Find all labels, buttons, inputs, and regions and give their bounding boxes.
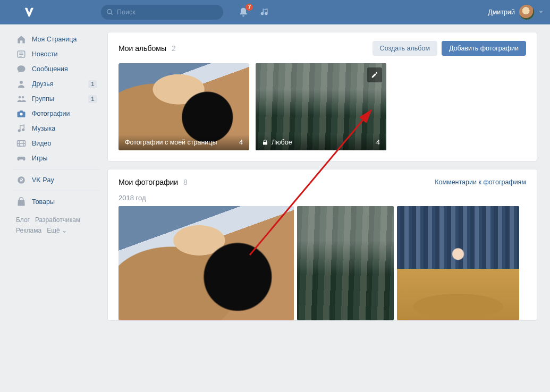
svg-point-6 [20, 81, 23, 84]
create-album-button[interactable]: Создать альбом [373, 41, 437, 56]
nav-my-page[interactable]: Моя Страница [13, 32, 100, 47]
home-icon [16, 35, 27, 44]
search-icon [106, 8, 114, 16]
nav-market[interactable]: Товары [13, 194, 100, 209]
video-icon [16, 139, 27, 148]
year-label: 2018 год [108, 194, 537, 206]
nav-friends[interactable]: Друзья1 [13, 76, 100, 91]
nav-label: Друзья [32, 80, 54, 88]
content: Мои альбомы 2 Создать альбом Добавить фо… [107, 32, 537, 328]
nav-count: 1 [88, 95, 97, 103]
photo-thumb[interactable] [297, 206, 394, 320]
footer-link[interactable]: Разработчикам [35, 216, 80, 224]
music-nav-icon [16, 124, 27, 133]
notifications-icon[interactable]: 7 [238, 7, 249, 18]
music-icon[interactable] [260, 7, 270, 17]
nav-label: Моя Страница [32, 36, 77, 43]
album-name: Фотографии с моей страницы [125, 139, 217, 146]
photo-comments-link[interactable]: Комментарии к фотографиям [435, 178, 526, 186]
nav-label: Фотографии [32, 110, 70, 117]
camera-icon [16, 109, 27, 118]
svg-point-0 [107, 10, 112, 14]
svg-point-10 [18, 130, 20, 132]
header-bar: 7 Дмитрий [0, 0, 550, 24]
album-overlay: Любое 4 [256, 134, 386, 150]
vk-logo[interactable] [22, 5, 37, 20]
album-count: 4 [376, 139, 380, 146]
album-overlay: Фотографии с моей страницы 4 [119, 134, 249, 150]
nav-count: 1 [88, 80, 97, 88]
nav-label: Видео [32, 140, 52, 147]
nav-label: Музыка [32, 125, 55, 132]
nav-games[interactable]: Игры [13, 151, 100, 166]
groups-icon [16, 94, 27, 104]
user-name: Дмитрий [488, 8, 515, 16]
album-item[interactable]: Фотографии с моей страницы 4 [119, 63, 249, 150]
nav-separator [13, 191, 100, 191]
svg-line-1 [111, 13, 113, 15]
photo-thumb[interactable] [119, 206, 294, 320]
news-icon [16, 49, 27, 59]
user-avatar [519, 5, 534, 20]
albums-card: Мои альбомы 2 Создать альбом Добавить фо… [107, 32, 537, 161]
friends-icon [16, 79, 27, 89]
pay-icon: ₽ [16, 175, 27, 185]
nav-video[interactable]: Видео [13, 136, 100, 151]
photo-thumb[interactable] [397, 206, 519, 320]
photos-title: Мои фотографии 8 [119, 178, 188, 186]
add-photos-button[interactable]: Добавить фотографии [442, 41, 526, 56]
footer-link[interactable]: Реклама [16, 227, 41, 234]
sidebar: Моя Страница Новости Сообщения Друзья1 Г… [13, 32, 100, 328]
search-field[interactable] [101, 5, 223, 20]
nav-label: Сообщения [32, 65, 68, 73]
search-input[interactable] [117, 8, 218, 16]
footer-link[interactable]: Блог [16, 216, 30, 224]
games-icon [16, 154, 27, 163]
nav-label: Новости [32, 50, 57, 58]
bag-icon [16, 197, 27, 207]
nav-groups[interactable]: Группы1 [13, 91, 100, 106]
photos-card: Мои фотографии 8 Комментарии к фотографи… [107, 169, 537, 321]
svg-point-7 [19, 96, 21, 99]
nav-label: Товары [32, 198, 55, 206]
svg-text:₽: ₽ [20, 178, 23, 183]
nav-music[interactable]: Музыка [13, 121, 100, 136]
footer-link[interactable]: Ещё ⌄ [47, 227, 67, 234]
nav-separator [13, 169, 100, 169]
chevron-down-icon [538, 8, 544, 16]
svg-point-11 [22, 129, 24, 131]
svg-point-9 [20, 113, 22, 115]
nav-messages[interactable]: Сообщения [13, 62, 100, 76]
nav-news[interactable]: Новости [13, 47, 100, 62]
user-menu[interactable]: Дмитрий [488, 5, 544, 20]
album-name: Любое [272, 139, 292, 146]
nav-vkpay[interactable]: ₽VK Pay [13, 173, 100, 188]
nav-label: VK Pay [32, 176, 54, 184]
svg-point-8 [22, 96, 24, 99]
footer-links: БлогРазработчикам РекламаЕщё ⌄ [13, 209, 100, 242]
nav-label: Игры [32, 155, 47, 162]
nav-label: Группы [32, 95, 54, 103]
nav-photos[interactable]: Фотографии [13, 106, 100, 121]
album-count: 4 [239, 139, 243, 146]
album-edit-button[interactable] [367, 67, 382, 82]
messages-icon [16, 64, 27, 74]
notif-badge: 7 [246, 4, 253, 11]
pencil-icon [371, 71, 378, 79]
album-item[interactable]: Любое 4 [256, 63, 386, 150]
lock-icon [262, 139, 268, 146]
albums-title: Мои альбомы 2 [119, 44, 176, 53]
